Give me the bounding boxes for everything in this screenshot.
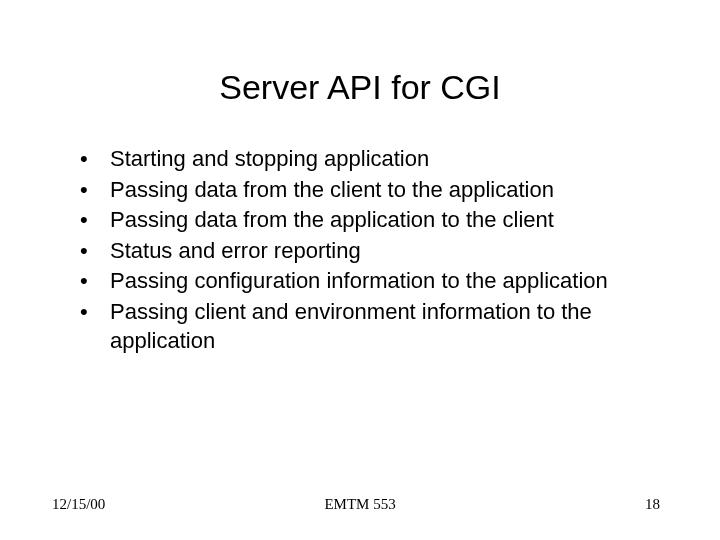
slide-title: Server API for CGI — [0, 0, 720, 145]
list-item-text: Passing configuration information to the… — [110, 268, 608, 293]
list-item-text: Passing data from the client to the appl… — [110, 177, 554, 202]
footer-course: EMTM 553 — [324, 496, 395, 513]
bullet-dot: • — [80, 176, 88, 205]
bullet-dot: • — [80, 206, 88, 235]
list-item: •Passing configuration information to th… — [80, 267, 660, 296]
footer-page: 18 — [645, 496, 660, 513]
bullet-dot: • — [80, 267, 88, 296]
slide: Server API for CGI •Starting and stoppin… — [0, 0, 720, 540]
list-item-text: Status and error reporting — [110, 238, 361, 263]
bullet-dot: • — [80, 298, 88, 327]
list-item: •Passing client and environment informat… — [80, 298, 660, 355]
list-item-text: Passing data from the application to the… — [110, 207, 554, 232]
list-item-text: Starting and stopping application — [110, 146, 429, 171]
list-item: •Passing data from the application to th… — [80, 206, 660, 235]
bullet-dot: • — [80, 237, 88, 266]
footer-date: 12/15/00 — [52, 496, 105, 513]
list-item: •Status and error reporting — [80, 237, 660, 266]
list-item: •Starting and stopping application — [80, 145, 660, 174]
list-item-text: Passing client and environment informati… — [110, 299, 592, 353]
list-item: •Passing data from the client to the app… — [80, 176, 660, 205]
bullet-list: •Starting and stopping application •Pass… — [0, 145, 720, 355]
bullet-dot: • — [80, 145, 88, 174]
